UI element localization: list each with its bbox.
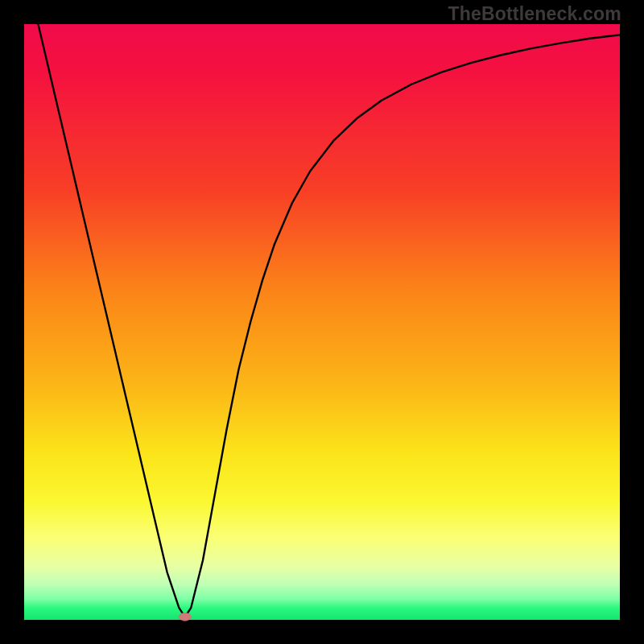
curve-svg: [24, 24, 620, 620]
chart-frame: TheBottleneck.com: [0, 0, 644, 644]
watermark-label: TheBottleneck.com: [448, 3, 621, 25]
plot-area: [24, 24, 620, 620]
bottleneck-curve: [24, 0, 620, 617]
optimal-point-marker: [179, 613, 191, 621]
